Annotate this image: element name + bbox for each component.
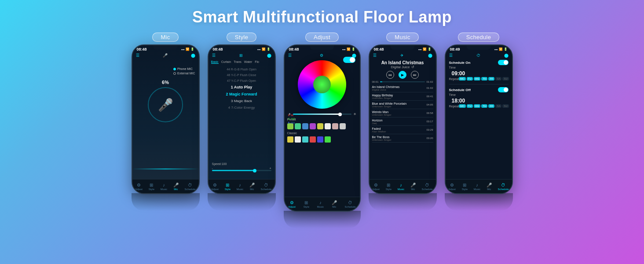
nav-style-mic[interactable]: ⊞Style [149,183,154,191]
nav-music-music[interactable]: ♪Music [398,183,405,191]
day-tu-on[interactable]: TU [467,77,473,81]
nav-adjust-style[interactable]: ⚙Adjust [211,183,219,191]
tab-basic[interactable]: Basic [211,60,219,64]
prev-button[interactable]: ⏮ [386,71,394,79]
classic-2[interactable] [295,136,301,143]
nav-adjust-adj[interactable]: ⚙Adjust [288,200,296,208]
airplane-icon-music[interactable]: ✈ [400,53,404,58]
nav-adjust-music[interactable]: ⚙Adjust [372,183,380,191]
day-tu-off[interactable]: TU [467,104,473,108]
day-su-off[interactable]: SU [502,104,509,108]
nav-mic-adj[interactable]: 🎤Mic [332,200,337,208]
day-sa-off[interactable]: SA [495,104,501,108]
classic-4[interactable] [310,136,316,143]
nav-style-style[interactable]: ⊞Style [225,183,231,191]
schedule-on-toggle[interactable] [498,60,509,65]
grid-icon-style[interactable]: ⊞ [239,53,243,58]
settings-icon-mic[interactable]: ⬤ [191,53,195,58]
menu-icon-music[interactable]: ☰ [373,53,377,58]
menu-icon-adjust[interactable]: ☰ [288,53,292,58]
song-item-5[interactable]: Faded Alan Walker 03:29 [372,126,433,134]
preset-7[interactable] [332,123,338,129]
style-item-magic-back[interactable]: 3 Magic Back [213,98,271,104]
progress-track[interactable] [380,81,425,82]
classic-1[interactable] [287,136,293,143]
style-item-magic-forward[interactable]: 2 Magic Forward [213,91,271,98]
mic-nav-icon[interactable]: 🎤 [163,53,168,58]
preset-8[interactable] [340,123,346,129]
day-mo-on[interactable]: MO [459,77,466,81]
classic-3[interactable] [302,136,308,143]
day-th-off[interactable]: TH [481,104,487,108]
nav-mic-style[interactable]: 🎤Mic [249,183,255,191]
nav-music-style[interactable]: ♪Music [237,183,244,191]
play-button[interactable]: ▶ [399,71,406,79]
nav-mic-mic[interactable]: 🎤Mic [173,183,179,191]
external-mic-option[interactable]: External MIC [173,72,195,75]
brightness-track[interactable] [293,114,351,115]
tab-trans[interactable]: Trans [234,60,242,64]
menu-icon-mic[interactable]: ☰ [136,53,139,58]
dot-icon-music[interactable]: ⬤ [428,53,432,58]
song-item-2[interactable]: Blue and White Porcelain Unknown Singer … [372,101,433,109]
nav-style-sc[interactable]: ⊞Style [462,183,468,191]
song-item-3[interactable]: Weirdo Man Unknown Singer 00:58 [372,109,433,117]
style-item-7color[interactable]: 4 7-Color Energy [213,104,271,111]
power-toggle-adjust[interactable] [343,57,355,63]
dot-icon-schedule[interactable]: ⬤ [504,53,509,58]
nav-style-music[interactable]: ⊞Style [386,183,392,191]
day-mo-off[interactable]: MO [459,104,466,108]
day-su-on[interactable]: SU [502,77,509,81]
tab-flo[interactable]: Flo [255,60,259,64]
preset-3[interactable] [302,123,308,129]
day-we-off[interactable]: WE [474,104,481,108]
tab-water[interactable]: Water [244,60,252,64]
preset-5[interactable] [317,123,323,129]
day-fr-on[interactable]: FR [488,77,494,81]
sliders-icon-adjust[interactable]: ⚙ [320,53,323,58]
phone-mic-option[interactable]: Phone MIC [173,67,195,70]
preset-4[interactable] [310,123,316,129]
nav-mic-music[interactable]: 🎤Mic [410,183,416,191]
nav-schedule-adj[interactable]: ⏱Schedule [345,200,356,208]
nav-schedule-music[interactable]: ⏱Schedule [422,183,433,191]
preset-2[interactable] [295,123,301,129]
style-item-auto-play[interactable]: 1 Auto Play [213,84,271,91]
nav-schedule-mic[interactable]: ⏱Schedule [185,183,196,191]
refresh-icon-music[interactable]: ↺ [411,65,414,69]
schedule-off-toggle[interactable] [498,87,509,92]
style-item-0[interactable]: 44 R-G-B Flush Open [213,66,271,72]
nav-music-sc[interactable]: ♪Music [474,183,481,191]
nav-mic-sc[interactable]: 🎤Mic [487,183,492,191]
menu-icon-schedule[interactable]: ☰ [449,53,453,58]
dot-icon-style[interactable]: ⬤ [267,53,271,58]
next-button[interactable]: ⏭ [411,71,419,79]
nav-adjust-mic[interactable]: ⚙Adjust [135,183,143,191]
color-wheel[interactable] [298,60,346,109]
classic-6[interactable] [325,136,331,143]
clock-icon-schedule[interactable]: ⏱ [476,53,480,58]
day-sa-on[interactable]: SA [495,77,501,81]
style-item-1[interactable]: 46 Y-C-P Flush Close [213,72,271,78]
song-item-4[interactable]: Horizon Jaej 03:17 [372,117,433,126]
menu-icon-style[interactable]: ☰ [212,53,216,58]
nav-schedule-style[interactable]: ⏱Schedule [261,183,272,191]
song-item-6[interactable]: Be The Boss Unknown Singer 03:20 [372,134,433,143]
nav-music-mic[interactable]: ♪Music [161,183,168,191]
nav-adjust-sc[interactable]: ⚙Adjust [448,183,456,191]
speed-track[interactable] [212,170,271,171]
nav-music-adj[interactable]: ♪Music [317,200,324,208]
song-item-1[interactable]: Happy Birthday Unknown Singer 00:41 [372,92,433,101]
adjust-screen: 08:48 ▪▪▪ 🛜 🔋 ☰ ⚙ ⬤ [285,45,360,211]
day-we-on[interactable]: WE [474,77,481,81]
day-fr-off[interactable]: FR [488,104,494,108]
tab-curtain[interactable]: Curtain [221,60,231,64]
classic-5[interactable] [317,136,323,143]
song-item-0[interactable]: An Island Christmas Digital Juice 01:02 [372,84,433,92]
preset-6[interactable] [325,123,331,129]
status-time-style: 08:48 [213,47,223,51]
nav-schedule-sc[interactable]: ⏱Schedule [498,183,509,191]
day-th-on[interactable]: TH [481,77,487,81]
nav-style-adj[interactable]: ⊞Style [304,200,309,208]
style-item-2[interactable]: 47 Y-C-P Flush Open [213,78,271,84]
